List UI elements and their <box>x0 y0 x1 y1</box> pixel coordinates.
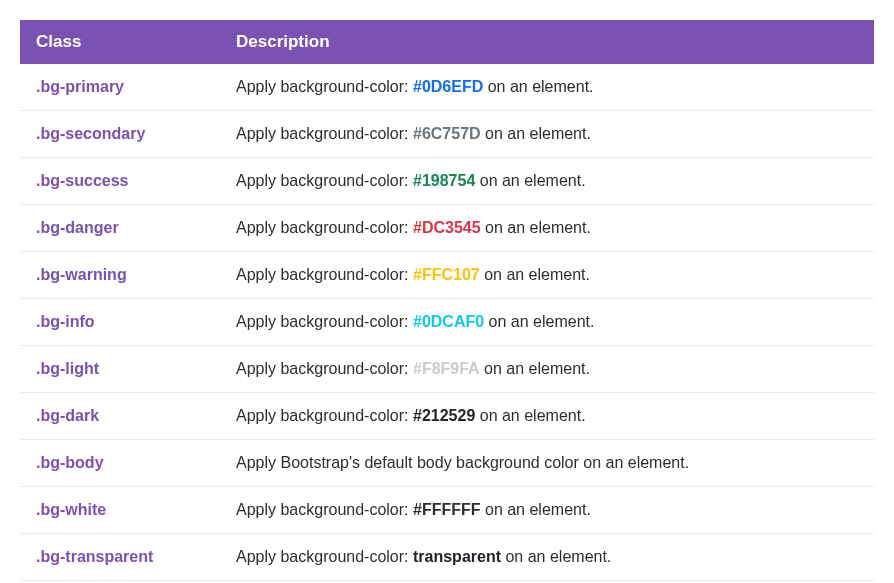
description-cell: Apply background-color: #198754 on an el… <box>220 158 874 205</box>
description-suffix: on an element. <box>475 172 585 189</box>
description-prefix: Apply background-color: <box>236 313 413 330</box>
description-cell: Apply background-color: #DC3545 on an el… <box>220 205 874 252</box>
table-row: .bg-dangerApply background-color: #DC354… <box>20 205 874 252</box>
description-suffix: on an element. <box>484 313 594 330</box>
description-suffix: on an element. <box>483 78 593 95</box>
description-prefix: Apply background-color: <box>236 501 413 518</box>
description-prefix: Apply Bootstrap's default body backgroun… <box>236 454 689 471</box>
class-cell: .bg-danger <box>20 205 220 252</box>
description-prefix: Apply background-color: <box>236 360 413 377</box>
class-cell: .bg-warning <box>20 252 220 299</box>
description-value: #198754 <box>413 172 475 189</box>
class-cell: .bg-primary <box>20 64 220 111</box>
description-prefix: Apply background-color: <box>236 172 413 189</box>
description-value: #0D6EFD <box>413 78 483 95</box>
description-value: #F8F9FA <box>413 360 480 377</box>
description-cell: Apply background-color: #212529 on an el… <box>220 393 874 440</box>
description-prefix: Apply background-color: <box>236 407 413 424</box>
table-row: .bg-secondaryApply background-color: #6C… <box>20 111 874 158</box>
class-name-text: .bg-secondary <box>36 125 145 142</box>
class-cell: .bg-success <box>20 158 220 205</box>
description-suffix: on an element. <box>481 219 591 236</box>
table-row: .bg-transparentApply background-color: t… <box>20 534 874 581</box>
description-cell: Apply background-color: #FFFFFF on an el… <box>220 487 874 534</box>
description-value: #0DCAF0 <box>413 313 484 330</box>
class-cell: .bg-transparent <box>20 534 220 581</box>
description-suffix: on an element. <box>481 501 591 518</box>
description-cell: Apply background-color: #0DCAF0 on an el… <box>220 299 874 346</box>
description-cell: Apply background-color: #FFC107 on an el… <box>220 252 874 299</box>
description-value: #DC3545 <box>413 219 481 236</box>
class-name-text: .bg-primary <box>36 78 124 95</box>
class-cell: .bg-light <box>20 346 220 393</box>
table-row: .bg-primaryApply background-color: #0D6E… <box>20 64 874 111</box>
class-name-text: .bg-transparent <box>36 548 153 565</box>
class-name-text: .bg-success <box>36 172 128 189</box>
description-cell: Apply background-color: #6C757D on an el… <box>220 111 874 158</box>
header-description: Description <box>220 20 874 64</box>
description-suffix: on an element. <box>480 360 590 377</box>
table-row: .bg-infoApply background-color: #0DCAF0 … <box>20 299 874 346</box>
description-suffix: on an element. <box>480 266 590 283</box>
table-row: .bg-lightApply background-color: #F8F9FA… <box>20 346 874 393</box>
description-prefix: Apply background-color: <box>236 78 413 95</box>
description-cell: Apply background-color: #F8F9FA on an el… <box>220 346 874 393</box>
description-cell: Apply background-color: transparent on a… <box>220 534 874 581</box>
class-cell: .bg-secondary <box>20 111 220 158</box>
table-row: .bg-successApply background-color: #1987… <box>20 158 874 205</box>
table-row: .bg-whiteApply background-color: #FFFFFF… <box>20 487 874 534</box>
description-value: transparent <box>413 548 501 565</box>
description-value: #6C757D <box>413 125 481 142</box>
description-prefix: Apply background-color: <box>236 266 413 283</box>
description-prefix: Apply background-color: <box>236 548 413 565</box>
class-cell: .bg-body <box>20 440 220 487</box>
description-value: #FFFFFF <box>413 501 481 518</box>
description-suffix: on an element. <box>501 548 611 565</box>
table-row: .bg-bodyApply Bootstrap's default body b… <box>20 440 874 487</box>
description-prefix: Apply background-color: <box>236 125 413 142</box>
class-cell: .bg-dark <box>20 393 220 440</box>
class-name-text: .bg-danger <box>36 219 119 236</box>
description-cell: Apply Bootstrap's default body backgroun… <box>220 440 874 487</box>
description-prefix: Apply background-color: <box>236 219 413 236</box>
table-header-row: Class Description <box>20 20 874 64</box>
description-cell: Apply background-color: #0D6EFD on an el… <box>220 64 874 111</box>
class-name-text: .bg-white <box>36 501 106 518</box>
class-cell: .bg-info <box>20 299 220 346</box>
class-name-text: .bg-dark <box>36 407 99 424</box>
class-name-text: .bg-body <box>36 454 104 471</box>
table-row: .bg-warningApply background-color: #FFC1… <box>20 252 874 299</box>
description-value: #212529 <box>413 407 475 424</box>
class-name-text: .bg-info <box>36 313 95 330</box>
table-row: .bg-darkApply background-color: #212529 … <box>20 393 874 440</box>
description-value: #FFC107 <box>413 266 480 283</box>
class-name-text: .bg-light <box>36 360 99 377</box>
description-suffix: on an element. <box>481 125 591 142</box>
class-reference-table: Class Description .bg-primaryApply backg… <box>20 20 874 581</box>
description-suffix: on an element. <box>475 407 585 424</box>
class-name-text: .bg-warning <box>36 266 127 283</box>
header-class: Class <box>20 20 220 64</box>
class-cell: .bg-white <box>20 487 220 534</box>
